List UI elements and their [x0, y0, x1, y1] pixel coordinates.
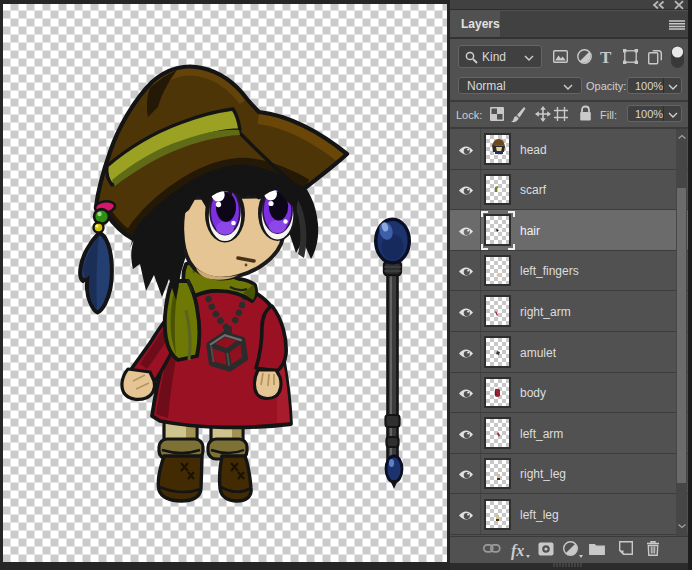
svg-text:T: T [600, 48, 612, 67]
svg-text:fx: fx [511, 542, 524, 560]
